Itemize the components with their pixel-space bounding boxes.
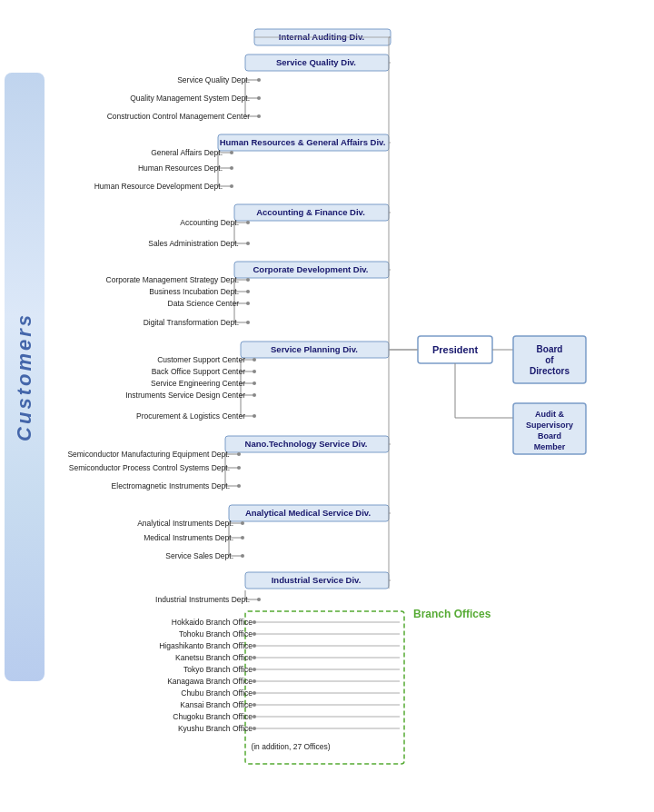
svg-point-25 (246, 221, 250, 224)
svg-text:Industrial Service Div.: Industrial Service Div. (272, 575, 362, 585)
svg-text:Kanagawa Branch Office: Kanagawa Branch Office (167, 677, 253, 686)
svg-text:Human Resources & General Affa: Human Resources & General Affairs Div. (220, 137, 386, 147)
svg-point-18 (230, 166, 233, 170)
svg-point-67 (241, 536, 244, 540)
svg-text:Data Science Center: Data Science Center (168, 299, 240, 308)
svg-text:Chugoku Branch Office: Chugoku Branch Office (173, 712, 253, 721)
svg-text:Kyushu Branch Office: Kyushu Branch Office (178, 724, 253, 733)
svg-text:Semiconductor Manufacturing Eq: Semiconductor Manufacturing Equipment De… (67, 450, 230, 459)
svg-rect-89 (245, 611, 404, 764)
svg-point-142 (253, 703, 256, 707)
svg-point-59 (237, 484, 241, 488)
svg-point-46 (253, 358, 256, 361)
svg-text:Construction Control Managemen: Construction Control Management Center (107, 112, 250, 121)
svg-rect-38 (241, 342, 389, 358)
svg-text:Accounting & Finance Div.: Accounting & Finance Div. (256, 207, 365, 217)
svg-text:Quality Management System Dept: Quality Management System Dept. (130, 94, 250, 103)
svg-point-10 (257, 114, 261, 118)
svg-text:of: of (545, 355, 554, 365)
svg-rect-11 (218, 134, 389, 151)
svg-text:Business Incubation Dept.: Business Incubation Dept. (149, 287, 239, 296)
svg-text:Service Sales Dept.: Service Sales Dept. (165, 551, 233, 560)
svg-rect-0 (254, 29, 391, 45)
svg-text:Internal Auditing Div.: Internal Auditing Div. (279, 32, 364, 42)
svg-point-37 (246, 321, 250, 324)
svg-text:Directors: Directors (530, 366, 570, 376)
svg-text:President: President (432, 344, 478, 355)
svg-text:Semiconductor Process Control : Semiconductor Process Control Systems De… (69, 463, 230, 472)
svg-text:Medical Instruments Dept.: Medical Instruments Dept. (144, 533, 233, 542)
svg-point-19 (230, 184, 233, 188)
svg-point-9 (257, 96, 261, 100)
svg-text:Service Planning Div.: Service Planning Div. (271, 344, 358, 354)
svg-text:Human Resources Dept.: Human Resources Dept. (138, 163, 223, 173)
svg-text:Accounting Dept.: Accounting Dept. (180, 218, 239, 227)
svg-point-47 (253, 370, 256, 373)
svg-text:Branch Offices: Branch Offices (413, 608, 491, 620)
svg-point-50 (253, 414, 256, 418)
org-chart-lines: Internal Auditing Div. Service Quality D… (0, 0, 654, 790)
svg-point-135 (253, 620, 256, 624)
svg-text:Member: Member (534, 442, 566, 451)
svg-rect-20 (234, 204, 389, 221)
svg-point-137 (253, 644, 256, 648)
svg-point-140 (253, 679, 256, 683)
svg-point-35 (246, 290, 250, 293)
svg-text:Back Office Support Center: Back Office Support Center (152, 367, 245, 376)
svg-text:Service Quality Dept.: Service Quality Dept. (177, 75, 250, 84)
svg-text:Customer Support Center: Customer Support Center (157, 355, 245, 364)
svg-point-36 (246, 302, 250, 305)
svg-rect-84 (513, 403, 586, 454)
svg-point-143 (253, 715, 256, 718)
svg-point-66 (241, 521, 244, 525)
svg-point-57 (237, 452, 241, 456)
svg-rect-27 (234, 262, 389, 278)
svg-text:Supervisory: Supervisory (526, 421, 573, 430)
svg-text:Industrial Instruments Dept.: Industrial Instruments Dept. (155, 595, 250, 604)
svg-text:Human Resource Development Dep: Human Resource Development Dept. (94, 182, 223, 191)
svg-text:Corporate Development Div.: Corporate Development Div. (253, 264, 368, 274)
svg-rect-78 (513, 336, 586, 383)
svg-text:Procurement & Logistics Center: Procurement & Logistics Center (136, 411, 245, 421)
svg-text:Chubu Branch Office: Chubu Branch Office (181, 688, 253, 698)
svg-point-48 (253, 381, 256, 385)
svg-point-73 (257, 598, 261, 601)
svg-point-138 (253, 656, 256, 659)
svg-point-8 (257, 78, 261, 82)
svg-text:Electromagnetic Instruments De: Electromagnetic Instruments Dept. (112, 481, 230, 490)
svg-text:Audit &: Audit & (535, 410, 564, 419)
org-chart: Customers Internal Auditing Div. Service… (0, 0, 654, 790)
svg-text:Instruments Service Design Cen: Instruments Service Design Center (125, 391, 245, 400)
svg-text:Higashikanto Branch Office: Higashikanto Branch Office (159, 641, 253, 650)
svg-rect-2 (245, 54, 389, 71)
svg-point-144 (253, 727, 256, 730)
svg-text:Sales Administration Dept.: Sales Administration Dept. (148, 239, 239, 248)
svg-point-17 (230, 151, 233, 154)
svg-rect-51 (225, 436, 389, 452)
svg-text:Tohoku Branch Office: Tohoku Branch Office (179, 629, 253, 639)
svg-point-136 (253, 632, 256, 636)
svg-point-58 (237, 466, 241, 470)
svg-text:Corporate Management Strategy : Corporate Management Strategy Dept. (106, 275, 239, 284)
customers-label: Customers (5, 73, 45, 681)
svg-point-139 (253, 668, 256, 671)
svg-text:Service Engineering Center: Service Engineering Center (151, 379, 245, 388)
svg-rect-69 (245, 572, 389, 589)
svg-text:Board: Board (538, 431, 561, 441)
svg-text:Board: Board (537, 344, 563, 354)
svg-rect-60 (229, 505, 389, 521)
svg-point-68 (241, 554, 244, 558)
svg-point-34 (246, 278, 250, 282)
svg-text:Tokyo Branch Office: Tokyo Branch Office (183, 665, 253, 674)
svg-text:Kanetsu Branch Office: Kanetsu Branch Office (175, 653, 253, 662)
svg-text:Service Quality Div.: Service Quality Div. (276, 57, 356, 67)
svg-text:Analytical Instruments Dept.: Analytical Instruments Dept. (137, 519, 233, 528)
svg-point-26 (246, 242, 250, 245)
svg-text:Nano.Technology Service Div.: Nano.Technology Service Div. (245, 439, 368, 449)
svg-point-49 (253, 393, 256, 397)
svg-text:Hokkaido Branch Office: Hokkaido Branch Office (172, 618, 253, 627)
svg-point-141 (253, 691, 256, 695)
svg-text:(in addition, 27 Offices): (in addition, 27 Offices) (251, 742, 330, 751)
svg-text:General Affairs Dept.: General Affairs Dept. (151, 148, 223, 157)
svg-text:Analytical Medical Service Div: Analytical Medical Service Div. (245, 508, 371, 518)
